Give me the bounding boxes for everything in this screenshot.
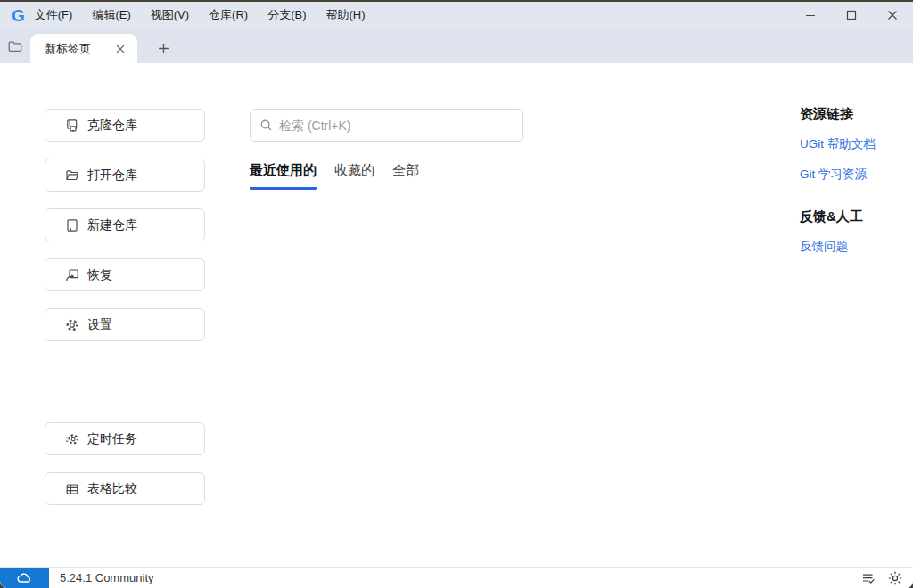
repo-filter-tabs: 最近使用的 收藏的 全部	[250, 162, 523, 190]
tab-recently-used[interactable]: 最近使用的	[250, 162, 317, 190]
new-tab-button[interactable]	[150, 35, 177, 61]
main-content: 克隆仓库 打开仓库 新建仓库	[0, 63, 913, 567]
plus-icon	[158, 43, 169, 54]
table-compare-icon	[65, 482, 79, 496]
app-logo-icon: G	[12, 7, 24, 24]
search-box[interactable]	[250, 109, 523, 142]
tab-favorites[interactable]: 收藏的	[334, 162, 374, 190]
cloud-icon	[17, 572, 33, 584]
menu-file[interactable]: 文件(F)	[33, 4, 75, 27]
sidebar-tools: 定时任务 表格比较	[45, 422, 205, 505]
table-compare-button[interactable]: 表格比较	[45, 472, 205, 505]
menu-branch[interactable]: 分支(B)	[266, 4, 308, 27]
clone-repo-icon	[65, 118, 79, 133]
menu-repo[interactable]: 仓库(R)	[207, 4, 250, 27]
sidebar-actions: 克隆仓库 打开仓库 新建仓库	[45, 109, 205, 341]
menu-edit[interactable]: 编辑(E)	[90, 4, 132, 27]
clone-repo-label: 克隆仓库	[87, 118, 137, 134]
settings-button[interactable]: 设置	[45, 308, 205, 341]
tab-all[interactable]: 全部	[392, 162, 419, 190]
close-icon	[116, 45, 125, 53]
scheduled-task-icon	[65, 432, 79, 446]
repo-list-button[interactable]	[0, 29, 30, 63]
close-button[interactable]	[872, 2, 913, 29]
link-git-learning[interactable]: Git 学习资源	[800, 167, 907, 183]
log-panel-button[interactable]	[860, 569, 877, 587]
minimize-button[interactable]	[790, 2, 831, 29]
tab-bar: 新标签页	[0, 29, 913, 63]
open-folder-icon	[65, 168, 79, 183]
maximize-icon	[848, 12, 856, 20]
table-compare-label: 表格比较	[87, 481, 137, 497]
new-repo-button[interactable]: 新建仓库	[45, 208, 205, 241]
settings-gear-icon	[65, 318, 79, 332]
theme-sun-icon	[888, 571, 902, 585]
tab-close-button[interactable]	[112, 41, 128, 57]
link-feedback-issue[interactable]: 反馈问题	[800, 239, 907, 255]
settings-label: 设置	[87, 317, 112, 333]
menu-help[interactable]: 帮助(H)	[324, 4, 366, 27]
center-column: 最近使用的 收藏的 全部	[250, 109, 523, 190]
new-repo-label: 新建仓库	[87, 217, 137, 233]
app-window: G 文件(F) 编辑(E) 视图(V) 仓库(R) 分支(B) 帮助(H)	[0, 2, 913, 588]
resource-links-heading: 资源链接	[800, 106, 907, 123]
version-label: 5.24.1 Community	[60, 571, 154, 584]
folder-icon	[7, 38, 23, 54]
resource-aside: 资源链接 UGit 帮助文档 Git 学习资源 反馈&人工 反馈问题	[800, 106, 907, 269]
scheduled-task-button[interactable]: 定时任务	[45, 422, 205, 455]
feedback-heading: 反馈&人工	[800, 208, 907, 225]
open-repo-button[interactable]: 打开仓库	[45, 159, 205, 192]
search-input[interactable]	[279, 118, 514, 133]
menu-bar: G 文件(F) 编辑(E) 视图(V) 仓库(R) 分支(B) 帮助(H)	[0, 2, 913, 29]
clone-repo-button[interactable]: 克隆仓库	[45, 109, 205, 142]
search-icon	[259, 118, 273, 132]
status-icons	[860, 569, 913, 587]
cloud-sync-button[interactable]	[0, 568, 49, 588]
status-bar: 5.24.1 Community	[0, 567, 913, 588]
menu-items: 文件(F) 编辑(E) 视图(V) 仓库(R) 分支(B) 帮助(H)	[33, 4, 367, 27]
open-repo-label: 打开仓库	[87, 167, 137, 184]
maximize-button[interactable]	[831, 2, 872, 29]
restore-icon	[65, 268, 79, 282]
theme-toggle-button[interactable]	[886, 569, 904, 587]
close-icon	[887, 10, 898, 20]
new-repo-icon	[65, 218, 79, 233]
tab-new-tab-page[interactable]: 新标签页	[30, 34, 137, 63]
window-controls	[790, 2, 913, 29]
log-check-icon	[861, 571, 876, 585]
link-ugit-help-docs[interactable]: UGit 帮助文档	[800, 136, 907, 152]
tab-label: 新标签页	[45, 41, 105, 57]
scheduled-task-label: 定时任务	[87, 431, 137, 447]
restore-button[interactable]: 恢复	[45, 258, 205, 291]
menu-view[interactable]: 视图(V)	[149, 4, 191, 27]
restore-label: 恢复	[87, 267, 112, 283]
